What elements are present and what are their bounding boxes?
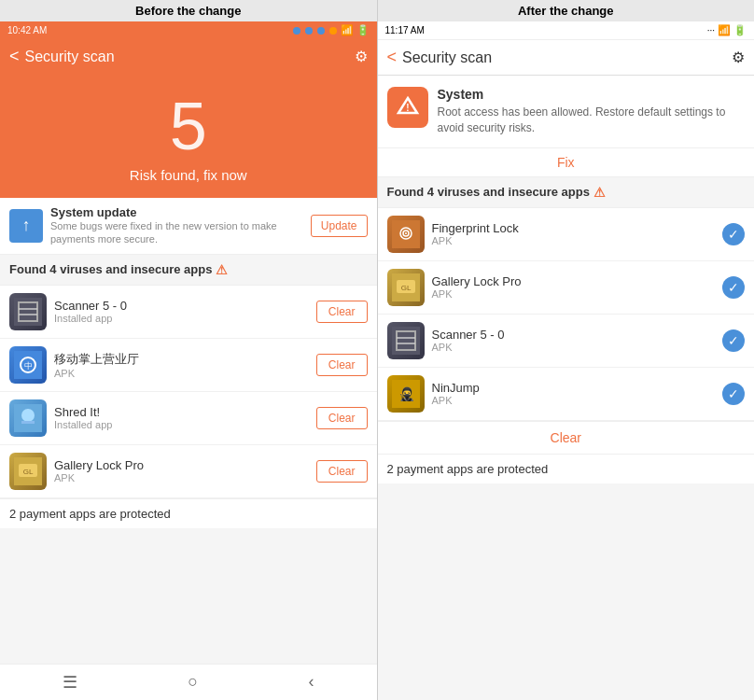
before-header: < Security scan ⚙ bbox=[0, 39, 377, 74]
after-clear-link[interactable]: Clear bbox=[551, 430, 581, 445]
after-back-button[interactable]: < bbox=[387, 48, 398, 67]
scanner-name: Scanner 5 - 0 bbox=[54, 299, 316, 313]
home-icon[interactable]: ○ bbox=[188, 672, 198, 693]
menu-icon[interactable]: ☰ bbox=[63, 672, 77, 693]
after-scanner-name: Scanner 5 - 0 bbox=[432, 328, 723, 342]
fingerprint-info: Fingerprint Lock APK bbox=[432, 221, 723, 246]
before-status-icons: 📶 🔋 bbox=[292, 24, 370, 36]
gallery-app-icon: GL bbox=[9, 453, 47, 490]
svg-text:GL: GL bbox=[400, 284, 411, 292]
fix-row: Fix bbox=[378, 148, 755, 177]
scanner-clear-button[interactable]: Clear bbox=[316, 301, 368, 323]
system-desc: Root access has been allowed. Restore de… bbox=[438, 105, 746, 136]
after-scroll: ! System Root access has been allowed. R… bbox=[378, 76, 755, 700]
shred-sub: Installed app bbox=[54, 419, 316, 430]
after-scanner-app-icon bbox=[387, 322, 425, 359]
system-title: System bbox=[438, 87, 746, 102]
scanner-app-icon bbox=[9, 293, 47, 330]
before-screen: 10:42 AM 📶 🔋 < Security scan ⚙ 5 Risk fo… bbox=[0, 21, 378, 700]
list-item: Fingerprint Lock APK ✓ bbox=[378, 208, 755, 261]
shred-app-icon bbox=[9, 399, 47, 437]
shred-name: Shred It! bbox=[54, 405, 316, 419]
after-virus-header: Found 4 viruses and insecure apps ⚠ bbox=[378, 177, 755, 208]
svg-point-8 bbox=[21, 409, 35, 422]
scanner-info: Scanner 5 - 0 Installed app bbox=[54, 299, 316, 324]
ninjump-name: NinJump bbox=[432, 381, 723, 395]
back-nav-icon[interactable]: ‹ bbox=[308, 672, 314, 693]
comparison-header: Before the change After the change bbox=[0, 0, 754, 21]
after-gallery-info: Gallery Lock Pro APK bbox=[432, 274, 723, 300]
wifi-icon: 📶 bbox=[341, 24, 354, 36]
svg-text:GL: GL bbox=[23, 468, 34, 476]
before-virus-header: Found 4 viruses and insecure apps ⚠ bbox=[0, 255, 377, 286]
gallery-sub: APK bbox=[54, 472, 316, 483]
list-item: GL Gallery Lock Pro APK Clear bbox=[0, 445, 377, 498]
after-status-bar: 11:17 AM ··· 📶 🔋 bbox=[378, 21, 755, 40]
after-scanner-sub: APK bbox=[432, 342, 723, 353]
fix-link[interactable]: Fix bbox=[557, 155, 575, 170]
list-item: Scanner 5 - 0 APK ✓ bbox=[378, 315, 755, 368]
shred-clear-button[interactable]: Clear bbox=[316, 407, 368, 429]
ninjump-check-icon: ✓ bbox=[722, 383, 745, 405]
ninjump-info: NinJump APK bbox=[432, 381, 723, 406]
after-label-text: After the change bbox=[518, 4, 614, 18]
after-virus-header-text: Found 4 viruses and insecure apps bbox=[387, 185, 590, 199]
after-clear-row: Clear bbox=[378, 421, 755, 454]
update-desc: Some bugs were fixed in the new version … bbox=[50, 219, 311, 246]
update-text: System update Some bugs were fixed in th… bbox=[50, 205, 311, 246]
before-system-update: ↑ System update Some bugs were fixed in … bbox=[0, 198, 377, 255]
gallery-check-icon: ✓ bbox=[722, 276, 745, 299]
signal-bars-icon: 📶 bbox=[718, 24, 731, 36]
before-payment-text: 2 payment apps are protected bbox=[9, 507, 171, 521]
after-battery-icon: 🔋 bbox=[733, 24, 747, 36]
before-virus-header-text: Found 4 viruses and insecure apps bbox=[9, 262, 212, 276]
before-header-title: Security scan bbox=[25, 49, 355, 65]
dot1 bbox=[293, 27, 300, 35]
fingerprint-app-icon bbox=[387, 216, 425, 253]
after-time: 11:17 AM bbox=[385, 25, 425, 35]
china-mobile-app-icon: 中 bbox=[9, 346, 47, 384]
ninjump-sub: APK bbox=[432, 395, 723, 406]
china-mobile-clear-button[interactable]: Clear bbox=[316, 354, 368, 376]
after-system-warning: ! System Root access has been allowed. R… bbox=[378, 76, 755, 148]
before-payment: 2 payment apps are protected bbox=[0, 498, 377, 528]
list-item: Scanner 5 - 0 Installed app Clear bbox=[0, 286, 377, 339]
gallery-clear-button[interactable]: Clear bbox=[316, 460, 368, 483]
svg-text:🥷: 🥷 bbox=[398, 386, 414, 402]
before-back-button[interactable]: < bbox=[9, 47, 20, 66]
svg-point-18 bbox=[405, 232, 407, 234]
china-mobile-sub: APK bbox=[54, 368, 316, 379]
list-item: Shred It! Installed app Clear bbox=[0, 392, 377, 445]
after-label: After the change bbox=[378, 0, 755, 21]
battery-icon: 🔋 bbox=[356, 24, 370, 36]
after-gear-icon[interactable]: ⚙ bbox=[732, 49, 745, 66]
list-item: 中 移动掌上营业厅 APK Clear bbox=[0, 339, 377, 392]
before-gear-icon[interactable]: ⚙ bbox=[355, 48, 368, 65]
after-scanner-info: Scanner 5 - 0 APK bbox=[432, 328, 723, 353]
before-scroll: ↑ System update Some bugs were fixed in … bbox=[0, 198, 377, 664]
china-mobile-info: 移动掌上营业厅 APK bbox=[54, 351, 316, 379]
svg-text:!: ! bbox=[406, 103, 409, 113]
after-payment-text: 2 payment apps are protected bbox=[387, 462, 549, 476]
svg-rect-9 bbox=[21, 421, 35, 424]
before-label: Before the change bbox=[0, 0, 378, 21]
ninjump-app-icon: 🥷 bbox=[387, 375, 425, 413]
warning-icon: ⚠ bbox=[216, 262, 228, 277]
after-payment: 2 payment apps are protected bbox=[378, 454, 755, 483]
shred-info: Shred It! Installed app bbox=[54, 405, 316, 430]
fingerprint-name: Fingerprint Lock bbox=[432, 221, 723, 235]
update-button[interactable]: Update bbox=[311, 215, 368, 237]
after-gallery-sub: APK bbox=[432, 288, 723, 300]
after-warning-icon: ⚠ bbox=[593, 185, 606, 200]
china-mobile-name: 移动掌上营业厅 bbox=[54, 351, 316, 368]
gallery-info: Gallery Lock Pro APK bbox=[54, 458, 316, 483]
after-header-title: Security scan bbox=[402, 49, 732, 66]
after-status-icons: ··· 📶 🔋 bbox=[707, 24, 747, 36]
after-screen: 11:17 AM ··· 📶 🔋 < Security scan ⚙ ! Sys… bbox=[378, 21, 755, 700]
fingerprint-sub: APK bbox=[432, 235, 723, 246]
before-label-text: Before the change bbox=[135, 4, 241, 18]
gallery-name: Gallery Lock Pro bbox=[54, 458, 316, 472]
screens-container: 10:42 AM 📶 🔋 < Security scan ⚙ 5 Risk fo… bbox=[0, 21, 754, 700]
scanner-sub: Installed app bbox=[54, 313, 316, 324]
after-gallery-name: Gallery Lock Pro bbox=[432, 274, 723, 288]
